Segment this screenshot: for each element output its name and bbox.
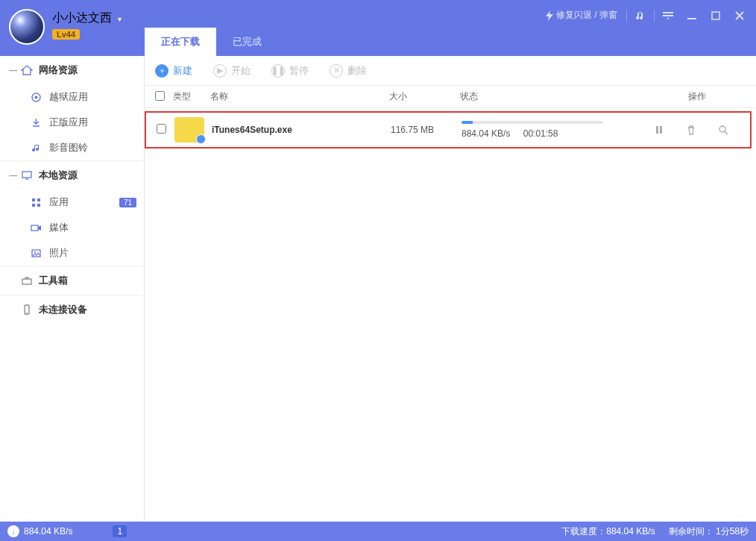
new-download-button[interactable]: ＋ 新建: [155, 64, 192, 78]
download-ops: [643, 125, 740, 135]
delete-icon: ✕: [330, 64, 343, 78]
username-row[interactable]: 小小达文西 ▾: [52, 10, 122, 26]
sidebar-item-photos[interactable]: 照片: [0, 240, 144, 266]
download-indicator-icon: ↓: [7, 525, 19, 537]
menu-icon[interactable]: [658, 7, 678, 25]
svg-rect-11: [37, 204, 40, 207]
select-all-checkbox[interactable]: [155, 91, 165, 101]
sidebar-group-label: 本地资源: [39, 169, 78, 182]
col-size: 大小: [389, 90, 460, 103]
apps-count-badge: 71: [119, 198, 136, 207]
separator: [626, 10, 627, 22]
sidebar-item-label: 正版应用: [49, 116, 88, 129]
download-size: 116.75 MB: [391, 125, 462, 135]
chevron-down-icon: ▾: [118, 15, 122, 23]
status-count-badge: 1: [113, 525, 127, 537]
tab-downloading[interactable]: 正在下载: [145, 28, 216, 56]
col-name: 名称: [210, 90, 389, 103]
user-avatar[interactable]: [9, 9, 45, 45]
collapse-icon: —: [9, 171, 19, 180]
svg-marker-2: [667, 18, 670, 19]
monitor-icon: [19, 169, 34, 181]
plus-icon: ＋: [155, 64, 168, 78]
music-icon[interactable]: [630, 7, 651, 25]
delete-label: 删除: [347, 64, 367, 78]
sidebar-item-genuine[interactable]: 正版应用: [0, 110, 144, 135]
sidebar-group-label: 网络资源: [39, 63, 78, 77]
file-type-icon: [174, 117, 204, 143]
col-type: 类型: [173, 90, 210, 103]
download-row[interactable]: iTunes64Setup.exe 116.75 MB 884.04 KB/s …: [145, 111, 752, 148]
sidebar-toolbox-label: 工具箱: [39, 274, 68, 287]
sidebar-toolbox[interactable]: — 工具箱: [0, 266, 144, 295]
svg-rect-7: [22, 172, 31, 178]
column-headers: 类型 名称 大小 状态 操作: [145, 86, 756, 108]
separator: [654, 10, 655, 22]
svg-rect-8: [32, 198, 35, 201]
svg-rect-4: [712, 12, 719, 19]
new-label: 新建: [173, 64, 192, 78]
delete-button[interactable]: ✕ 删除: [330, 64, 367, 78]
lightning-icon: [546, 10, 553, 21]
svg-point-20: [719, 126, 725, 132]
status-dl-speed-label: 下载速度：884.04 KB/s: [561, 525, 655, 538]
sidebar-no-device-label: 未连接设备: [39, 303, 87, 316]
download-remaining: 00:01:58: [523, 128, 558, 139]
sidebar-item-apps[interactable]: 应用 71: [0, 190, 144, 215]
sidebar-item-media[interactable]: 媒体: [0, 215, 144, 240]
svg-rect-15: [22, 279, 31, 284]
photo-icon: [28, 248, 43, 259]
download-filename: iTunes64Setup.exe: [212, 125, 391, 135]
home-icon: [19, 64, 34, 76]
download-meta: 884.04 KB/s 00:01:58: [462, 128, 643, 139]
download-icon: [28, 117, 43, 128]
close-button[interactable]: [729, 7, 750, 25]
download-status: 884.04 KB/s 00:01:58: [462, 121, 643, 139]
start-button[interactable]: ▶ 开始: [213, 64, 251, 78]
svg-rect-10: [32, 204, 35, 207]
header-right: 修复闪退 / 弹窗: [540, 6, 750, 25]
status-remain-label: 剩余时间： 1分58秒: [669, 525, 749, 538]
svg-rect-12: [31, 225, 38, 231]
sidebar-item-label: 照片: [49, 246, 69, 260]
pause-row-icon[interactable]: [654, 125, 664, 135]
user-block: 小小达文西 ▾ Lv44: [52, 10, 122, 40]
progress-fill: [462, 121, 473, 124]
app-header: 小小达文西 ▾ Lv44 修复闪退 / 弹窗 正在下载 已: [0, 0, 756, 56]
search-row-icon[interactable]: [718, 125, 728, 135]
status-speed: 884.04 KB/s: [24, 526, 72, 537]
delete-row-icon[interactable]: [686, 125, 696, 135]
svg-rect-19: [660, 126, 662, 134]
apps-icon: [28, 197, 43, 208]
sidebar-no-device[interactable]: — 未连接设备: [0, 295, 144, 324]
jailbreak-icon: [28, 92, 43, 103]
sidebar-item-jailbreak[interactable]: 越狱应用: [0, 84, 144, 110]
status-right: 下载速度：884.04 KB/s 剩余时间： 1分58秒: [561, 525, 749, 538]
svg-rect-1: [663, 15, 673, 16]
collapse-icon: —: [9, 66, 19, 75]
fix-crash-button[interactable]: 修复闪退 / 弹窗: [540, 6, 623, 25]
sidebar-item-media-ringtone[interactable]: 影音图铃: [0, 135, 144, 160]
svg-point-14: [34, 251, 36, 253]
sidebar-group-local[interactable]: — 本地资源: [0, 160, 144, 190]
minimize-button[interactable]: [681, 7, 702, 25]
main-panel: ＋ 新建 ▶ 开始 ❚❚ 暂停 ✕ 删除 类型 名称 大小 状态 操作: [145, 56, 756, 522]
sidebar-group-network[interactable]: — 网络资源: [0, 56, 144, 84]
status-left[interactable]: ↓ 884.04 KB/s 1: [7, 525, 127, 537]
svg-rect-9: [37, 198, 40, 201]
col-status: 状态: [460, 90, 649, 103]
svg-point-17: [26, 312, 28, 313]
download-toolbar: ＋ 新建 ▶ 开始 ❚❚ 暂停 ✕ 删除: [145, 56, 756, 86]
pause-button[interactable]: ❚❚ 暂停: [271, 64, 309, 78]
pause-icon: ❚❚: [271, 64, 285, 78]
main-tabs: 正在下载 已完成: [145, 28, 278, 56]
svg-rect-3: [687, 18, 696, 19]
sidebar: — 网络资源 越狱应用 正版应用 影音图铃 —: [0, 56, 145, 522]
tab-done[interactable]: 已完成: [216, 28, 278, 56]
download-speed: 884.04 KB/s: [462, 128, 510, 139]
row-checkbox[interactable]: [157, 124, 166, 134]
play-icon: ▶: [213, 64, 227, 78]
fix-crash-label: 修复闪退 / 弹窗: [556, 9, 617, 22]
toolbox-icon: [19, 275, 34, 287]
maximize-button[interactable]: [705, 7, 726, 25]
